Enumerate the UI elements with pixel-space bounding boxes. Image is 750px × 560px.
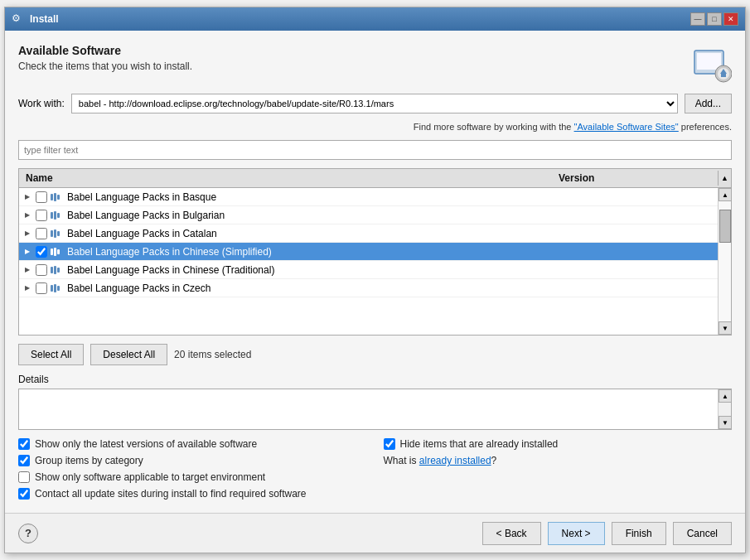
item-icon — [51, 210, 64, 220]
item-label-3: Babel Language Packs in Catalan — [67, 228, 714, 239]
option-hide: Hide items that are already installed — [384, 438, 733, 450]
software-list: Name Version ▲ ▶ Babel Language — [18, 168, 732, 336]
option-group-label: Group items by category — [35, 455, 143, 466]
scroll-down-button[interactable]: ▼ — [719, 321, 731, 335]
option-group: Group items by category — [18, 455, 367, 466]
option-latest-label: Show only the latest versions of availab… — [35, 438, 257, 450]
list-scrollbar: ▲ ▼ — [718, 188, 731, 335]
add-button[interactable]: Add... — [685, 94, 732, 113]
list-item[interactable]: ▶ Babel Language Packs in Bulgarian — [19, 206, 718, 224]
select-all-button[interactable]: Select All — [18, 344, 84, 365]
details-scroll-down[interactable]: ▼ — [719, 416, 732, 429]
header-section: Available Software Check the items that … — [18, 44, 732, 85]
options-section: Show only the latest versions of availab… — [18, 438, 732, 500]
option-already-label: What is already installed? — [384, 455, 497, 466]
option-group-checkbox[interactable] — [18, 455, 30, 466]
item-icon — [51, 192, 64, 202]
item-checkbox-1[interactable] — [36, 191, 47, 203]
item-label-6: Babel Language Packs in Czech — [67, 282, 714, 294]
list-item[interactable]: ▶ Babel Language Packs in Chinese (Simpl… — [19, 243, 718, 261]
option-hide-label: Hide items that are already installed — [400, 438, 559, 450]
list-item[interactable]: ▶ Babel Language Packs in Chinese (Tradi… — [19, 261, 718, 279]
title-bar-left: ⚙ Install — [12, 12, 59, 26]
expand-icon[interactable]: ▶ — [22, 265, 32, 275]
item-label-2: Babel Language Packs in Bulgarian — [67, 210, 714, 221]
item-checkbox-2[interactable] — [36, 210, 47, 221]
install-dialog: ⚙ Install — □ ✕ Available Software Check… — [4, 7, 746, 553]
install-icon — [690, 44, 732, 85]
work-with-row: Work with: babel - http://download.eclip… — [18, 94, 732, 113]
minimize-button[interactable]: — — [690, 12, 705, 26]
next-button[interactable]: Next > — [548, 522, 605, 545]
svg-rect-1 — [697, 53, 721, 70]
window-title: Install — [30, 13, 59, 25]
work-with-dropdown[interactable]: babel - http://download.eclipse.org/tech… — [71, 94, 678, 113]
option-contact: Contact all update sites during install … — [18, 488, 367, 500]
item-icon — [51, 283, 64, 293]
option-latest-checkbox[interactable] — [18, 438, 30, 450]
expand-icon[interactable]: ▶ — [22, 192, 32, 202]
item-checkbox-6[interactable] — [36, 282, 47, 294]
software-sites-link[interactable]: "Available Software Sites" — [574, 122, 679, 132]
expand-icon[interactable]: ▶ — [22, 247, 32, 257]
deselect-all-button[interactable]: Deselect All — [90, 344, 167, 365]
title-bar: ⚙ Install — □ ✕ — [5, 7, 745, 31]
item-label-1: Babel Language Packs in Basque — [67, 191, 714, 203]
footer-right: < Back Next > Finish Cancel — [482, 522, 732, 545]
items-selected-count: 20 items selected — [174, 349, 251, 360]
help-button[interactable]: ? — [18, 524, 38, 543]
column-name: Name — [19, 171, 552, 186]
main-content: Available Software Check the items that … — [5, 31, 745, 513]
list-item[interactable]: ▶ Babel Language Packs in Basque — [19, 188, 718, 206]
maximize-button[interactable]: □ — [707, 12, 722, 26]
footer-left: ? — [18, 524, 38, 543]
svg-rect-4 — [721, 74, 726, 77]
details-label: Details — [18, 374, 732, 385]
option-applicable: Show only software applicable to target … — [18, 471, 367, 483]
option-applicable-checkbox[interactable] — [18, 471, 30, 483]
option-applicable-label: Show only software applicable to target … — [35, 471, 265, 483]
window-icon: ⚙ — [12, 12, 25, 26]
close-button[interactable]: ✕ — [723, 12, 738, 26]
footer: ? < Back Next > Finish Cancel — [5, 513, 745, 553]
option-contact-checkbox[interactable] — [18, 488, 30, 500]
item-checkbox-3[interactable] — [36, 228, 47, 239]
software-sites-suffix: preferences. — [681, 122, 732, 132]
item-icon — [51, 247, 64, 257]
item-label-5: Babel Language Packs in Chinese (Traditi… — [67, 264, 714, 276]
cancel-button[interactable]: Cancel — [673, 522, 732, 545]
list-header: Name Version ▲ — [19, 169, 731, 188]
list-body: ▶ Babel Language Packs in Basque ▶ — [19, 188, 718, 335]
item-label-4: Babel Language Packs in Chinese (Simplif… — [67, 246, 714, 258]
scroll-up-button[interactable]: ▲ — [719, 188, 731, 201]
finish-button[interactable]: Finish — [612, 522, 666, 545]
details-box: ▲ ▼ — [18, 389, 732, 430]
already-installed-link[interactable]: already installed — [419, 455, 491, 466]
page-description: Check the items that you wish to install… — [18, 60, 192, 72]
expand-icon[interactable]: ▶ — [22, 210, 32, 220]
filter-input[interactable] — [18, 140, 732, 160]
options-left: Show only the latest versions of availab… — [18, 438, 367, 500]
software-sites-row: Find more software by working with the "… — [18, 122, 732, 132]
action-buttons-row: Select All Deselect All 20 items selecte… — [18, 344, 732, 365]
list-item[interactable]: ▶ Babel Language Packs in Czech — [19, 279, 718, 297]
window-controls: — □ ✕ — [690, 12, 738, 26]
scroll-thumb[interactable] — [719, 210, 731, 243]
expand-icon[interactable]: ▶ — [22, 283, 32, 293]
expand-icon[interactable]: ▶ — [22, 229, 32, 239]
back-button[interactable]: < Back — [482, 522, 541, 545]
list-item[interactable]: ▶ Babel Language Packs in Catalan — [19, 224, 718, 243]
item-checkbox-4[interactable] — [36, 246, 47, 258]
options-right: Hide items that are already installed Wh… — [384, 438, 733, 500]
item-checkbox-5[interactable] — [36, 264, 47, 276]
option-latest: Show only the latest versions of availab… — [18, 438, 367, 450]
software-sites-text: Find more software by working with the — [414, 122, 574, 132]
column-version: Version — [552, 171, 718, 186]
work-with-label: Work with: — [18, 98, 65, 109]
option-hide-checkbox[interactable] — [384, 438, 395, 450]
option-already: What is already installed? — [384, 455, 733, 466]
scroll-track — [719, 201, 731, 321]
option-contact-label: Contact all update sites during install … — [35, 488, 307, 500]
details-scroll-up[interactable]: ▲ — [719, 389, 732, 403]
header-scroll-btn: ▲ — [718, 171, 731, 186]
